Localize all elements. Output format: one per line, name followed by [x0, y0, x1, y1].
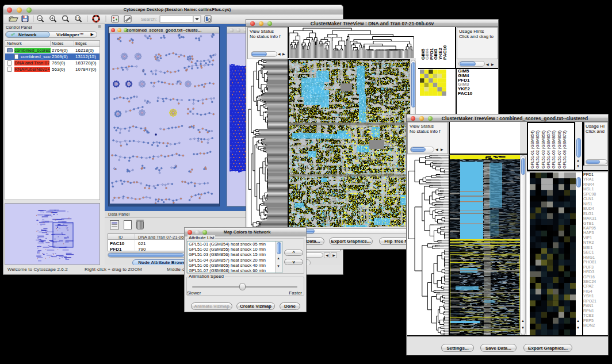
- svg-text:Search:: Search:: [141, 17, 157, 22]
- svg-text:1:1: 1:1: [76, 17, 80, 20]
